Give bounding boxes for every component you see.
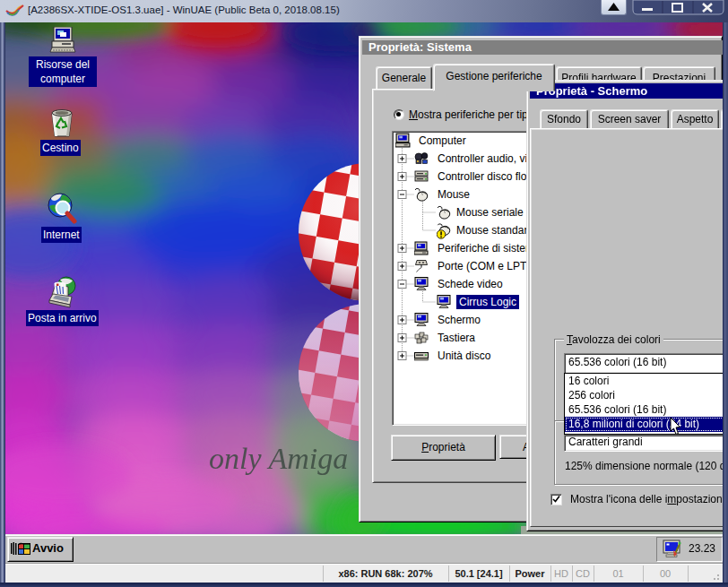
svg-text:only Amiga: only Amiga (209, 442, 348, 475)
